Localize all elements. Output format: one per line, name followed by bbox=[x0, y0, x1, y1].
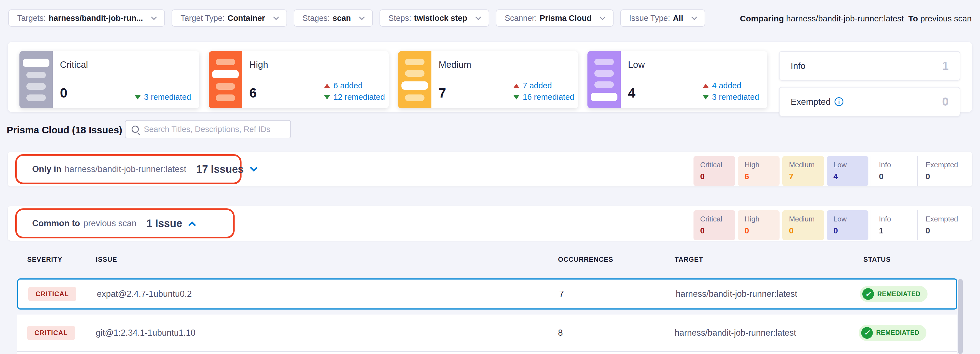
only-in-section: Only in harness/bandit-job-runner:latest… bbox=[8, 152, 972, 187]
pill-label: Medium bbox=[789, 215, 824, 223]
severity-pill-row: Critical 0 High 0 Medium 0 Low 0 Info 1 … bbox=[691, 210, 962, 240]
pill-value: 6 bbox=[745, 172, 780, 181]
triangle-down-icon bbox=[135, 95, 141, 99]
exempted-summary-card: Exempted i 0 bbox=[779, 87, 960, 116]
common-to-section-toggle[interactable]: Common to previous scan 1 Issue bbox=[32, 206, 195, 241]
issue-row-selected[interactable]: CRITICAL expat@2.4.7-1ubuntu0.2 7 harnes… bbox=[17, 278, 957, 309]
severity-count: 6 bbox=[249, 85, 257, 100]
column-header-status: STATUS bbox=[864, 256, 891, 263]
remediated-status-badge: ✓ REMEDIATED bbox=[859, 325, 926, 341]
remediated-text: 16 remediated bbox=[523, 92, 574, 102]
pill-value: 0 bbox=[700, 226, 735, 235]
issues-search-box bbox=[125, 120, 291, 139]
remediated-link[interactable]: 12 remediated bbox=[324, 92, 385, 102]
filter-value: scan bbox=[332, 14, 351, 23]
severity-label: Critical bbox=[60, 59, 88, 70]
severity-label: Medium bbox=[439, 59, 471, 70]
column-header-occurrences: OCCURRENCES bbox=[558, 256, 613, 263]
pill-label: Critical bbox=[700, 215, 735, 223]
filter-value: All bbox=[673, 14, 683, 23]
remediated-text: 3 remediated bbox=[712, 92, 759, 102]
chevron-up-icon[interactable] bbox=[188, 221, 196, 229]
added-link[interactable]: 7 added bbox=[513, 81, 574, 90]
side-summary-cards: Info 1 Exempted i 0 bbox=[779, 51, 960, 123]
triangle-down-icon bbox=[703, 95, 709, 99]
pill-label: Info bbox=[879, 215, 915, 223]
severity-label: High bbox=[249, 59, 268, 70]
pill-value: 0 bbox=[745, 226, 780, 235]
pill-value: 7 bbox=[789, 172, 824, 181]
occurrences-cell: 7 bbox=[559, 279, 564, 308]
search-input[interactable] bbox=[144, 125, 284, 134]
issue-row[interactable]: CRITICAL git@1:2.34.1-1ubuntu1.10 8 harn… bbox=[17, 314, 957, 352]
remediated-text: 3 remediated bbox=[144, 92, 191, 102]
pill-label: Medium bbox=[789, 161, 824, 169]
critical-pill: Critical 0 bbox=[694, 156, 735, 186]
table-bottom-strip bbox=[17, 352, 957, 354]
medium-pill: Medium 0 bbox=[782, 210, 824, 240]
remediated-link[interactable]: 3 remediated bbox=[703, 92, 759, 102]
filter-label: Stages: bbox=[302, 14, 330, 23]
added-text: 7 added bbox=[523, 81, 552, 90]
pill-value: 0 bbox=[700, 172, 735, 181]
high-pill: High 0 bbox=[738, 210, 780, 240]
severity-cell: CRITICAL bbox=[27, 314, 75, 351]
medium-pill: Medium 7 bbox=[782, 156, 824, 186]
scanner-filter-dropdown[interactable]: Scanner: Prisma Cloud bbox=[496, 10, 614, 27]
steps-filter-dropdown[interactable]: Steps: twistlock step bbox=[380, 10, 489, 27]
filter-label: Steps: bbox=[388, 14, 411, 23]
low-summary-card: Low 4 4 added 3 remediated bbox=[587, 51, 767, 108]
issues-table-header: SEVERITY ISSUE OCCURRENCES TARGET STATUS bbox=[0, 256, 980, 267]
only-in-section-toggle[interactable]: Only in harness/bandit-job-runner:latest… bbox=[32, 152, 256, 187]
severity-cell: CRITICAL bbox=[28, 279, 76, 308]
column-header-issue: ISSUE bbox=[96, 256, 117, 263]
chevron-down-icon[interactable] bbox=[250, 164, 258, 172]
exempted-count: 0 bbox=[942, 95, 949, 108]
high-summary-card: High 6 6 added 12 remediated bbox=[209, 51, 389, 108]
chevron-down-icon bbox=[691, 14, 697, 20]
critical-severity-badge: CRITICAL bbox=[27, 326, 75, 340]
comparing-label: Comparing bbox=[740, 14, 784, 23]
pill-value: 0 bbox=[789, 226, 824, 235]
severity-count: 4 bbox=[628, 85, 635, 100]
occurrences-cell: 8 bbox=[558, 314, 563, 351]
triangle-up-icon bbox=[513, 84, 519, 88]
common-to-section: Common to previous scan 1 Issue Critical… bbox=[8, 206, 972, 241]
targets-filter-dropdown[interactable]: Targets: harness/bandit-job-run... bbox=[8, 10, 165, 27]
triangle-up-icon bbox=[324, 84, 330, 88]
remediated-link[interactable]: 3 remediated bbox=[135, 92, 191, 102]
vertical-scrollbar[interactable] bbox=[958, 279, 963, 354]
target-type-filter-dropdown[interactable]: Target Type: Container bbox=[172, 10, 287, 27]
pill-value: 0 bbox=[926, 172, 962, 181]
added-link[interactable]: 6 added bbox=[324, 81, 385, 90]
chevron-down-icon bbox=[359, 14, 365, 20]
issue-cell: expat@2.4.7-1ubuntu0.2 bbox=[97, 279, 192, 308]
pill-label: Exempted bbox=[926, 215, 962, 223]
severity-deltas: 6 added 12 remediated bbox=[324, 81, 385, 102]
low-pill: Low 4 bbox=[827, 156, 869, 186]
section-issue-count: 1 Issue bbox=[146, 218, 182, 230]
exempted-label: Exempted i bbox=[791, 97, 843, 107]
filter-value: Prisma Cloud bbox=[540, 14, 592, 23]
pill-label: Exempted bbox=[926, 161, 962, 169]
stages-filter-dropdown[interactable]: Stages: scan bbox=[294, 10, 373, 27]
pill-value: 0 bbox=[926, 226, 962, 235]
added-link[interactable]: 4 added bbox=[703, 81, 759, 90]
status-text: REMEDIATED bbox=[877, 290, 920, 298]
comparing-baseline: previous scan bbox=[920, 14, 972, 23]
filter-value: harness/bandit-job-run... bbox=[49, 14, 143, 23]
severity-label: Low bbox=[628, 59, 645, 70]
remediated-link[interactable]: 16 remediated bbox=[513, 92, 574, 102]
section-label-target: previous scan bbox=[83, 218, 136, 228]
issues-section-title: Prisma Cloud (18 Issues) bbox=[7, 124, 122, 136]
severity-deltas: 4 added 3 remediated bbox=[703, 81, 759, 102]
high-pill: High 6 bbox=[738, 156, 780, 186]
critical-severity-badge: CRITICAL bbox=[28, 287, 76, 301]
check-icon: ✓ bbox=[861, 327, 873, 339]
filter-label: Scanner: bbox=[505, 14, 537, 23]
issue-type-filter-dropdown[interactable]: Issue Type: All bbox=[620, 10, 705, 27]
target-cell: harness/bandit-job-runner:latest bbox=[675, 314, 796, 351]
status-cell: ✓ REMEDIATED bbox=[860, 279, 928, 308]
info-icon[interactable]: i bbox=[835, 97, 843, 106]
pill-value: 0 bbox=[834, 226, 869, 235]
